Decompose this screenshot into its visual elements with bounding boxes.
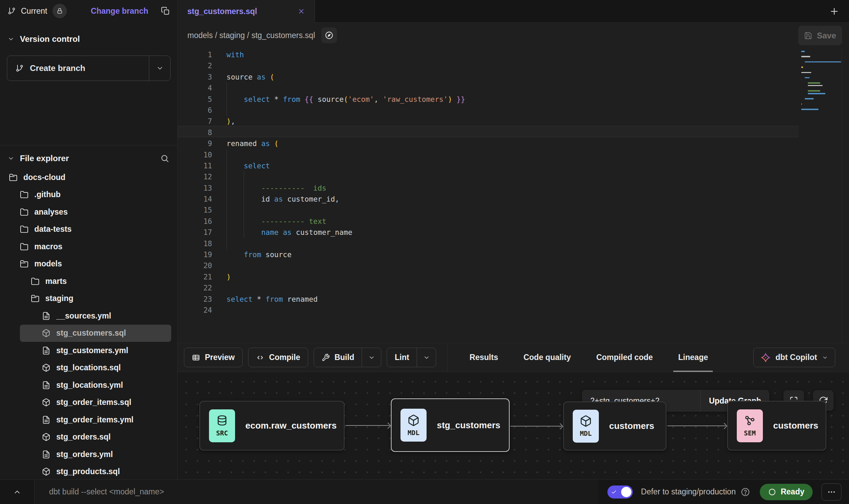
build-button[interactable]: Build [314,348,382,367]
lock-icon [56,8,63,14]
build-dropdown[interactable] [362,348,381,367]
code-line-24 [226,305,465,316]
help-icon[interactable] [741,487,750,497]
lint-dropdown[interactable] [417,348,436,367]
node-badge-SRC: SRC [209,409,235,442]
file-tree-item-stg_locations.yml[interactable]: stg_locations.yml [0,376,177,394]
command-bar-collapse[interactable] [0,488,34,496]
cube-icon [42,467,50,476]
file-name: stg_products.sql [56,467,120,476]
badge-label: MDL [408,429,419,436]
status-badge-ready[interactable]: Ready [760,484,813,500]
create-branch-main[interactable]: Create branch [7,56,149,81]
copy-icon[interactable] [161,7,170,15]
file-tree: docs-cloud.githubanalysesdata-testsmacro… [0,169,177,479]
command-input[interactable] [48,487,544,497]
file-tree-item-__sources.yml[interactable]: __sources.yml [0,307,177,325]
file-tree-item-.github[interactable]: .github [0,186,177,204]
node-badge-SEM: SEM [737,409,763,442]
lineage-node-ecom.raw_customers[interactable]: SRCecom.raw_customers [199,401,345,451]
code-line-3: source as ( [226,72,465,83]
badge-label: SEM [744,429,756,437]
table-icon [192,353,200,362]
version-control-header[interactable]: Version control [0,22,177,47]
save-button[interactable]: Save [798,26,842,45]
toolbar-divider [447,343,447,372]
file-icon [42,416,50,424]
file-tree-item-stg_products.sql[interactable]: stg_products.sql [0,463,177,480]
dbt-copilot-button[interactable]: dbt Copilot [753,348,835,367]
file-name: models [34,259,62,268]
lint-button[interactable]: Lint [387,348,436,367]
minimap[interactable] [801,51,840,114]
file-tree-item-docs-cloud[interactable]: docs-cloud [0,169,177,186]
breadcrumb: models / staging / stg_customers.sql [187,31,315,40]
node-badge-MDL: MDL [573,410,599,443]
copilot-label: dbt Copilot [776,353,817,362]
tab-title: stg_customers.sql [187,7,257,16]
file-name: data-tests [34,225,72,234]
branch-locked-badge [53,4,67,18]
file-name: docs-cloud [23,173,66,182]
lineage-node-customers[interactable]: MDLcustomers [563,401,666,451]
file-name: macros [34,242,62,251]
code-content[interactable]: withsource as ( select * from {{ source(… [226,49,465,316]
file-tree-item-analyses[interactable]: analyses [0,203,177,221]
editor-tab-stg-customers[interactable]: stg_customers.sql [178,0,315,23]
lineage-node-customers[interactable]: SEMcustomers [727,401,826,451]
file-tree-item-staging[interactable]: staging [0,290,177,308]
create-branch-button[interactable]: Create branch [7,56,171,81]
code-line-14: id as customer_id, [226,194,465,205]
file-explorer-header[interactable]: File explorer [0,145,177,169]
file-tree-item-stg_orders.sql[interactable]: stg_orders.sql [0,429,177,446]
save-icon [804,32,812,40]
file-icon [42,312,50,320]
navigate-button[interactable] [321,27,337,43]
panel-tab-compiled-code[interactable]: Compiled code [596,343,653,372]
file-name: stg_order_items.yml [56,415,133,424]
defer-toggle[interactable] [607,485,633,499]
wrench-icon [322,353,330,362]
chevron-down-icon [156,64,164,72]
search-icon[interactable] [160,154,169,163]
line-number-gutter: 123456789101112131415161718192021222324 [178,49,212,316]
lineage-graph[interactable]: Update Graph SRCecom.raw_customersMDLstg… [178,372,849,479]
file-tree-item-stg_orders.yml[interactable]: stg_orders.yml [0,446,177,463]
command-bar[interactable] [34,480,598,504]
file-tree-item-models[interactable]: models [0,255,177,273]
panel-tab-results[interactable]: Results [469,343,498,372]
close-icon[interactable] [298,8,305,15]
code-line-13: ---------- ids [226,183,465,194]
file-name: stg_orders.sql [56,432,111,442]
file-name: stg_customers.yml [56,346,128,355]
more-options-button[interactable] [822,483,841,501]
lineage-node-stg_customers[interactable]: MDLstg_customers [391,398,510,452]
code-line-16: ---------- text [226,216,465,227]
panel-tab-lineage[interactable]: Lineage [678,343,708,372]
change-branch-link[interactable]: Change branch [91,7,148,16]
code-line-11: select [226,160,465,171]
new-tab-icon[interactable] [829,6,839,16]
tab-strip: stg_customers.sql [178,0,849,23]
code-line-22 [226,283,465,293]
cube-icon [42,329,50,337]
file-tree-item-stg_order_items.sql[interactable]: stg_order_items.sql [0,394,177,411]
file-tree-item-macros[interactable]: macros [0,238,177,255]
panel-tab-code-quality[interactable]: Code quality [523,343,571,372]
file-tree-item-stg_customers.sql[interactable]: stg_customers.sql [20,325,171,342]
create-branch-dropdown[interactable] [149,56,170,81]
badge-label: SRC [216,429,228,437]
compile-button[interactable]: Compile [248,348,308,367]
file-icon [42,450,50,459]
node-label: stg_customers [437,420,500,431]
file-tree-item-stg_customers.yml[interactable]: stg_customers.yml [0,342,177,359]
file-tree-item-data-tests[interactable]: data-tests [0,221,177,238]
file-tree-item-marts[interactable]: marts [0,273,177,290]
file-name: staging [45,294,73,303]
scrollbar-track[interactable] [842,48,842,343]
file-tree-item-stg_locations.sql[interactable]: stg_locations.sql [0,359,177,377]
file-tree-item-stg_order_items.yml[interactable]: stg_order_items.yml [0,411,177,429]
chevron-down-icon [368,354,375,361]
preview-button[interactable]: Preview [184,348,243,367]
code-editor[interactable]: 123456789101112131415161718192021222324 … [178,48,849,343]
